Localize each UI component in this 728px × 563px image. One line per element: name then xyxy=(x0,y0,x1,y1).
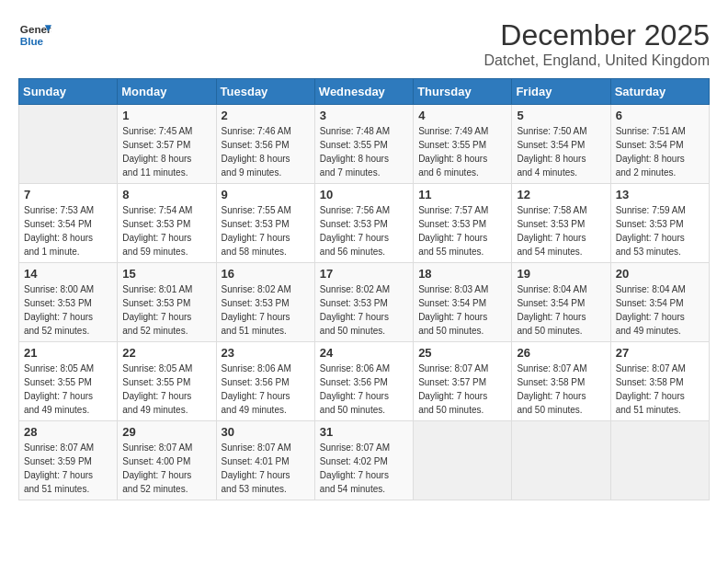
calendar-cell: 6Sunrise: 7:51 AM Sunset: 3:54 PM Daylig… xyxy=(610,105,709,184)
calendar-cell: 30Sunrise: 8:07 AM Sunset: 4:01 PM Dayli… xyxy=(216,421,314,500)
day-info: Sunrise: 7:53 AM Sunset: 3:54 PM Dayligh… xyxy=(24,203,112,259)
calendar-cell xyxy=(610,421,709,500)
calendar-cell xyxy=(414,421,512,500)
day-number: 1 xyxy=(122,109,210,122)
day-number: 9 xyxy=(222,188,310,201)
day-info: Sunrise: 8:07 AM Sunset: 3:57 PM Dayligh… xyxy=(418,362,506,417)
calendar-cell: 29Sunrise: 8:07 AM Sunset: 4:00 PM Dayli… xyxy=(118,421,216,500)
day-number: 28 xyxy=(24,425,112,439)
calendar-cell: 10Sunrise: 7:56 AM Sunset: 3:53 PM Dayli… xyxy=(314,184,413,263)
day-header-friday: Friday xyxy=(512,79,610,105)
day-info: Sunrise: 7:51 AM Sunset: 3:54 PM Dayligh… xyxy=(616,124,704,179)
calendar-table: SundayMondayTuesdayWednesdayThursdayFrid… xyxy=(18,78,710,500)
day-info: Sunrise: 7:55 AM Sunset: 3:53 PM Dayligh… xyxy=(222,203,310,259)
calendar-cell: 15Sunrise: 8:01 AM Sunset: 3:53 PM Dayli… xyxy=(118,263,216,342)
calendar-cell: 17Sunrise: 8:02 AM Sunset: 3:53 PM Dayli… xyxy=(314,263,413,342)
day-header-tuesday: Tuesday xyxy=(216,79,314,105)
day-header-sunday: Sunday xyxy=(19,79,118,105)
day-header-monday: Monday xyxy=(118,79,216,105)
calendar-cell: 26Sunrise: 8:07 AM Sunset: 3:58 PM Dayli… xyxy=(512,342,610,421)
day-number: 4 xyxy=(418,109,506,122)
calendar-cell: 5Sunrise: 7:50 AM Sunset: 3:54 PM Daylig… xyxy=(512,105,610,184)
calendar-cell: 25Sunrise: 8:07 AM Sunset: 3:57 PM Dayli… xyxy=(414,342,512,421)
calendar-cell: 3Sunrise: 7:48 AM Sunset: 3:55 PM Daylig… xyxy=(314,105,413,184)
day-info: Sunrise: 8:05 AM Sunset: 3:55 PM Dayligh… xyxy=(122,362,210,417)
calendar-cell: 9Sunrise: 7:55 AM Sunset: 3:53 PM Daylig… xyxy=(216,184,314,263)
day-info: Sunrise: 7:58 AM Sunset: 3:53 PM Dayligh… xyxy=(517,203,605,259)
day-header-thursday: Thursday xyxy=(414,79,512,105)
page-header: General Blue December 2025 Datchet, Engl… xyxy=(18,18,710,69)
day-info: Sunrise: 8:06 AM Sunset: 3:56 PM Dayligh… xyxy=(320,362,408,417)
day-number: 22 xyxy=(122,346,210,360)
day-number: 12 xyxy=(517,188,605,201)
calendar-cell: 14Sunrise: 8:00 AM Sunset: 3:53 PM Dayli… xyxy=(19,263,118,342)
day-info: Sunrise: 8:02 AM Sunset: 3:53 PM Dayligh… xyxy=(222,282,310,338)
calendar-cell: 31Sunrise: 8:07 AM Sunset: 4:02 PM Dayli… xyxy=(314,421,413,500)
day-number: 26 xyxy=(517,346,605,360)
calendar-cell: 7Sunrise: 7:53 AM Sunset: 3:54 PM Daylig… xyxy=(19,184,118,263)
day-number: 17 xyxy=(320,267,408,281)
calendar-cell: 16Sunrise: 8:02 AM Sunset: 3:53 PM Dayli… xyxy=(216,263,314,342)
day-info: Sunrise: 8:06 AM Sunset: 3:56 PM Dayligh… xyxy=(222,362,310,417)
day-info: Sunrise: 8:01 AM Sunset: 3:53 PM Dayligh… xyxy=(122,282,210,338)
day-info: Sunrise: 7:56 AM Sunset: 3:53 PM Dayligh… xyxy=(320,203,408,259)
day-number: 5 xyxy=(517,109,605,122)
day-number: 2 xyxy=(222,109,310,122)
calendar-cell: 27Sunrise: 8:07 AM Sunset: 3:58 PM Dayli… xyxy=(610,342,709,421)
day-number: 8 xyxy=(122,188,210,201)
day-info: Sunrise: 7:54 AM Sunset: 3:53 PM Dayligh… xyxy=(122,203,210,259)
calendar-cell: 11Sunrise: 7:57 AM Sunset: 3:53 PM Dayli… xyxy=(414,184,512,263)
calendar-cell: 18Sunrise: 8:03 AM Sunset: 3:54 PM Dayli… xyxy=(414,263,512,342)
day-number: 30 xyxy=(222,425,310,439)
day-number: 25 xyxy=(418,346,506,360)
day-info: Sunrise: 7:46 AM Sunset: 3:56 PM Dayligh… xyxy=(222,124,310,179)
day-header-wednesday: Wednesday xyxy=(314,79,413,105)
header-row: SundayMondayTuesdayWednesdayThursdayFrid… xyxy=(19,79,710,105)
day-number: 3 xyxy=(320,109,408,122)
calendar-cell xyxy=(512,421,610,500)
day-number: 18 xyxy=(418,267,506,281)
day-info: Sunrise: 8:07 AM Sunset: 3:58 PM Dayligh… xyxy=(517,362,605,417)
day-number: 7 xyxy=(24,188,112,201)
day-info: Sunrise: 8:02 AM Sunset: 3:53 PM Dayligh… xyxy=(320,282,408,338)
day-number: 10 xyxy=(320,188,408,201)
calendar-week-3: 14Sunrise: 8:00 AM Sunset: 3:53 PM Dayli… xyxy=(19,263,710,342)
day-info: Sunrise: 8:07 AM Sunset: 3:59 PM Dayligh… xyxy=(24,441,112,496)
day-number: 21 xyxy=(24,346,112,360)
calendar-cell xyxy=(19,105,118,184)
day-info: Sunrise: 8:04 AM Sunset: 3:54 PM Dayligh… xyxy=(517,282,605,338)
day-info: Sunrise: 7:48 AM Sunset: 3:55 PM Dayligh… xyxy=(320,124,408,179)
day-number: 24 xyxy=(320,346,408,360)
calendar-week-2: 7Sunrise: 7:53 AM Sunset: 3:54 PM Daylig… xyxy=(19,184,710,263)
calendar-cell: 4Sunrise: 7:49 AM Sunset: 3:55 PM Daylig… xyxy=(414,105,512,184)
calendar-week-4: 21Sunrise: 8:05 AM Sunset: 3:55 PM Dayli… xyxy=(19,342,710,421)
location-subtitle: Datchet, England, United Kingdom xyxy=(484,52,710,69)
day-number: 27 xyxy=(616,346,704,360)
calendar-cell: 28Sunrise: 8:07 AM Sunset: 3:59 PM Dayli… xyxy=(19,421,118,500)
calendar-cell: 12Sunrise: 7:58 AM Sunset: 3:53 PM Dayli… xyxy=(512,184,610,263)
day-header-saturday: Saturday xyxy=(610,79,709,105)
calendar-cell: 24Sunrise: 8:06 AM Sunset: 3:56 PM Dayli… xyxy=(314,342,413,421)
title-block: December 2025 Datchet, England, United K… xyxy=(484,18,710,69)
calendar-cell: 23Sunrise: 8:06 AM Sunset: 3:56 PM Dayli… xyxy=(216,342,314,421)
calendar-cell: 19Sunrise: 8:04 AM Sunset: 3:54 PM Dayli… xyxy=(512,263,610,342)
month-title: December 2025 xyxy=(484,18,710,52)
logo-icon: General Blue xyxy=(18,18,51,52)
calendar-cell: 1Sunrise: 7:45 AM Sunset: 3:57 PM Daylig… xyxy=(118,105,216,184)
day-number: 16 xyxy=(222,267,310,281)
day-number: 31 xyxy=(320,425,408,439)
day-info: Sunrise: 7:49 AM Sunset: 3:55 PM Dayligh… xyxy=(418,124,506,179)
day-number: 13 xyxy=(616,188,704,201)
day-info: Sunrise: 8:07 AM Sunset: 3:58 PM Dayligh… xyxy=(616,362,704,417)
day-info: Sunrise: 7:45 AM Sunset: 3:57 PM Dayligh… xyxy=(122,124,210,179)
day-number: 15 xyxy=(122,267,210,281)
day-info: Sunrise: 8:07 AM Sunset: 4:02 PM Dayligh… xyxy=(320,441,408,496)
calendar-cell: 20Sunrise: 8:04 AM Sunset: 3:54 PM Dayli… xyxy=(610,263,709,342)
day-number: 11 xyxy=(418,188,506,201)
day-number: 19 xyxy=(517,267,605,281)
svg-text:General: General xyxy=(20,23,51,35)
day-info: Sunrise: 7:59 AM Sunset: 3:53 PM Dayligh… xyxy=(616,203,704,259)
day-info: Sunrise: 8:07 AM Sunset: 4:01 PM Dayligh… xyxy=(222,441,310,496)
day-number: 23 xyxy=(222,346,310,360)
day-info: Sunrise: 8:03 AM Sunset: 3:54 PM Dayligh… xyxy=(418,282,506,338)
